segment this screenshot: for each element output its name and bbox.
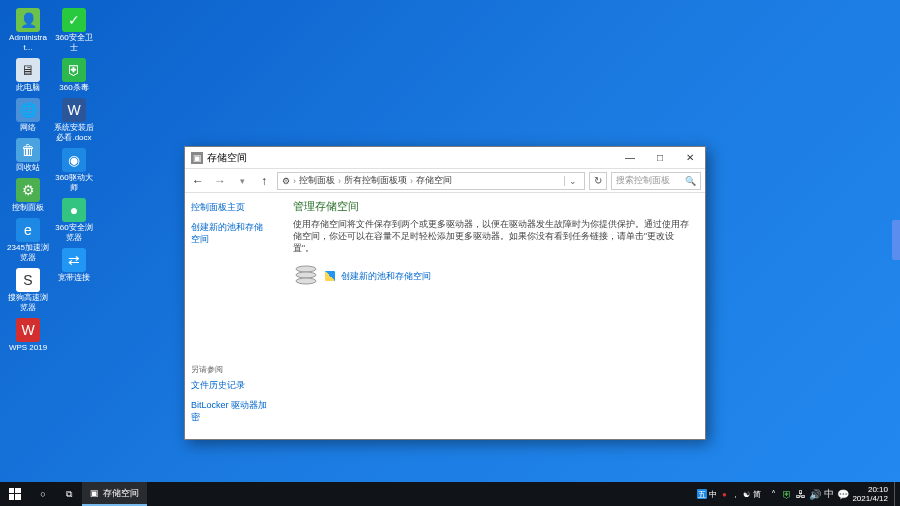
svg-point-0 [296,266,316,272]
desktop-icon[interactable]: e2345加速浏览器 [6,216,50,265]
taskbar-app-storage[interactable]: ▣ 存储空间 [82,482,147,506]
sidebar-home[interactable]: 控制面板主页 [191,201,271,213]
svg-rect-6 [15,494,21,500]
icon-glyph: S [16,268,40,292]
clock[interactable]: 20:10 2021/4/12 [850,485,894,503]
sidebar-filehistory[interactable]: 文件历史记录 [191,379,271,391]
sidebar: 控制面板主页 创建新的池和存储空间 另请参阅 文件历史记录 BitLocker … [185,193,277,439]
shield-icon [325,271,335,281]
page-heading: 管理存储空间 [293,199,689,214]
desktop-icon[interactable]: ⇄宽带连接 [52,246,96,285]
icon-glyph: 👤 [16,8,40,32]
back-button[interactable]: ← [189,172,207,190]
tray-net-icon[interactable]: 🖧 [794,482,808,506]
breadcrumb-icon: ⚙ [282,176,290,186]
taskbar-app-label: 存储空间 [103,487,139,500]
icon-glyph: 🖥 [16,58,40,82]
addr-dropdown[interactable]: ⌄ [564,176,580,186]
start-button[interactable] [0,482,30,506]
maximize-button[interactable]: □ [645,148,675,168]
main-pane: 管理存储空间 使用存储空间将文件保存到两个或更多驱动器，以便在驱动器发生故障时为… [277,193,705,439]
icon-label: WPS 2019 [9,343,47,353]
icon-glyph: ✓ [62,8,86,32]
ime-item[interactable]: ● [719,489,729,499]
page-description: 使用存储空间将文件保存到两个或更多驱动器，以便在驱动器发生故障时为你提供保护。通… [293,218,689,254]
icon-label: 360驱动大师 [52,173,96,193]
up-button[interactable]: ↑ [255,172,273,190]
forward-button[interactable]: → [211,172,229,190]
tray-safe-icon[interactable]: ⛨ [780,482,794,506]
taskbar: ○ ⧉ ▣ 存储空间 五中●,☯简 ˄ ⛨ 🖧 🔊 中 💬 20:10 2021… [0,482,900,506]
desktop-icon[interactable]: 👤Administrat... [6,6,50,55]
window-title: 存储空间 [207,151,615,165]
refresh-button[interactable]: ↻ [589,172,607,190]
tray-ime-icon[interactable]: 中 [822,482,836,506]
search-input[interactable]: 搜索控制面板 🔍 [611,172,701,190]
desktop-icon[interactable]: ◉360驱动大师 [52,146,96,195]
icon-label: 控制面板 [12,203,44,213]
create-pool-action[interactable]: 创建新的池和存储空间 [293,264,689,288]
icon-glyph: 🌐 [16,98,40,122]
desktop-icon[interactable]: S搜狗高速浏览器 [6,266,50,315]
icon-label: 此电脑 [16,83,40,93]
side-panel-tab[interactable] [892,220,900,260]
sidebar-create-link[interactable]: 创建新的池和存储空间 [191,221,271,245]
icon-label: 搜狗高速浏览器 [6,293,50,313]
icon-glyph: W [62,98,86,122]
recent-button[interactable]: ▾ [233,172,251,190]
minimize-button[interactable]: — [615,148,645,168]
control-panel-window: ▣ 存储空间 — □ ✕ ← → ▾ ↑ ⚙ › 控制面板 › 所有控制面板项 … [184,146,706,440]
icon-glyph: ● [62,198,86,222]
desktop-icon[interactable]: ⚙控制面板 [6,176,50,215]
ime-item[interactable]: , [730,489,740,499]
taskview-button[interactable]: ⧉ [56,482,82,506]
search-icon: 🔍 [685,176,696,186]
icon-glyph: ◉ [62,148,86,172]
desktop-icon[interactable]: ⛨360杀毒 [52,56,96,95]
ime-item[interactable]: 五 [697,489,707,499]
titlebar[interactable]: ▣ 存储空间 — □ ✕ [185,147,705,169]
icon-glyph: ⇄ [62,248,86,272]
icon-label: 宽带连接 [58,273,90,283]
breadcrumb[interactable]: 所有控制面板项 [344,174,407,187]
show-desktop[interactable] [894,482,898,506]
desktop-icon[interactable]: WWPS 2019 [6,316,50,355]
ime-item[interactable]: 简 [752,489,762,499]
ime-bar[interactable]: 五中●,☯简 [693,489,766,499]
close-button[interactable]: ✕ [675,148,705,168]
ime-item[interactable]: ☯ [741,489,751,499]
icon-label: 网络 [20,123,36,133]
svg-rect-5 [9,494,14,500]
icon-label: 系统安装后必看.docx [52,123,96,143]
svg-point-2 [296,278,316,284]
desktop-icon[interactable]: 🌐网络 [6,96,50,135]
icon-glyph: 🗑 [16,138,40,162]
svg-rect-4 [15,488,21,493]
icon-glyph: ⚙ [16,178,40,202]
tray: 五中●,☯简 ˄ ⛨ 🖧 🔊 中 💬 20:10 2021/4/12 [691,482,900,506]
desktop: 👤Administrat...🖥此电脑🌐网络🗑回收站⚙控制面板e2345加速浏览… [6,6,96,355]
icon-label: 360安全浏览器 [52,223,96,243]
icon-glyph: e [16,218,40,242]
breadcrumb[interactable]: 存储空间 [416,174,452,187]
desktop-icon[interactable]: ✓360安全卫士 [52,6,96,55]
tray-volume-icon[interactable]: 🔊 [808,482,822,506]
icon-glyph: W [16,318,40,342]
app-icon: ▣ [90,488,99,498]
tray-action-icon[interactable]: 💬 [836,482,850,506]
icon-label: Administrat... [6,33,50,53]
sidebar-bitlocker[interactable]: BitLocker 驱动器加密 [191,399,271,423]
breadcrumb[interactable]: 控制面板 [299,174,335,187]
desktop-icon[interactable]: 🖥此电脑 [6,56,50,95]
desktop-icon[interactable]: 🗑回收站 [6,136,50,175]
icon-label: 2345加速浏览器 [6,243,50,263]
sidebar-seealso: 另请参阅 [191,364,271,375]
create-pool-link[interactable]: 创建新的池和存储空间 [341,270,431,283]
desktop-icon[interactable]: ●360安全浏览器 [52,196,96,245]
ime-item[interactable]: 中 [708,489,718,499]
search-button[interactable]: ○ [30,482,56,506]
icon-label: 360杀毒 [59,83,88,93]
address-bar[interactable]: ⚙ › 控制面板 › 所有控制面板项 › 存储空间 ⌄ [277,172,585,190]
desktop-icon[interactable]: W系统安装后必看.docx [52,96,96,145]
tray-up-icon[interactable]: ˄ [766,482,780,506]
